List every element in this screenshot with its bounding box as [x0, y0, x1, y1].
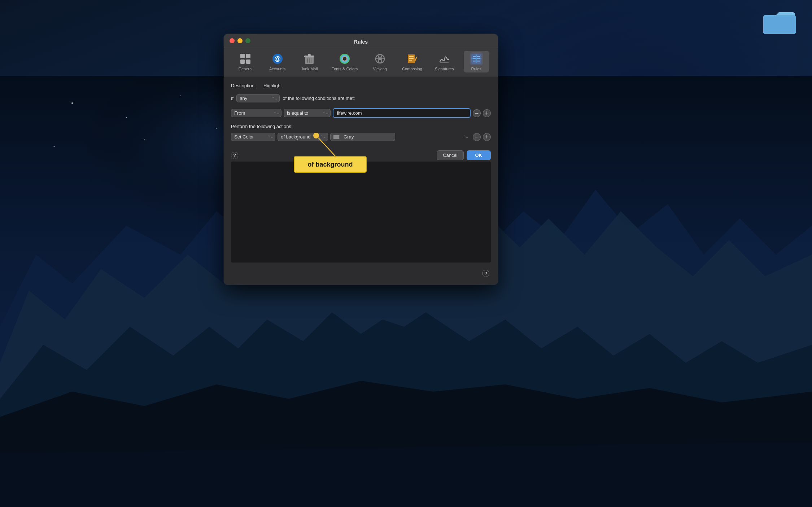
dialog-content: Description: Highlight If any all ⌃⌄ of … — [224, 76, 498, 285]
rules-icon — [470, 52, 483, 65]
condition-row: If any all ⌃⌄ of the following condition… — [231, 94, 491, 102]
toolbar-item-composing[interactable]: Composing — [399, 51, 425, 72]
svg-point-9 — [144, 139, 145, 140]
filter-row: From To Subject ⌃⌄ is equal to contains … — [231, 108, 491, 118]
title-bar: Rules — [224, 34, 498, 48]
composing-icon — [406, 52, 419, 65]
svg-rect-38 — [473, 56, 476, 57]
signatures-icon — [438, 52, 451, 65]
bottom-help-button[interactable]: ? — [482, 270, 489, 277]
set-color-select[interactable]: Set Color Move Message — [231, 133, 275, 141]
cancel-button[interactable]: Cancel — [437, 150, 463, 160]
viewing-icon — [374, 52, 387, 65]
toolbar-item-signatures[interactable]: Signatures — [432, 51, 457, 72]
add-action-button[interactable]: + — [483, 133, 491, 141]
accounts-icon: @ — [271, 52, 284, 65]
toolbar-item-junk[interactable]: Junk Mail — [297, 51, 322, 72]
filter-text-input[interactable] — [333, 108, 471, 118]
toolbar-item-viewing[interactable]: Viewing — [367, 51, 393, 72]
folder-icon[interactable] — [761, 7, 798, 36]
svg-point-31 — [379, 57, 381, 60]
composing-label: Composing — [402, 67, 422, 71]
color-select[interactable]: Gray Red Blue Green Yellow Orange Purple… — [330, 133, 395, 141]
toolbar-item-rules[interactable]: Rules — [464, 51, 489, 72]
of-background-wrapper[interactable]: of background of text ⌃⌄ — [278, 133, 328, 141]
bottom-help-row: ? — [231, 267, 491, 278]
rules-label: Rules — [471, 67, 481, 71]
from-select[interactable]: From To Subject — [231, 109, 281, 117]
toolbar-item-general[interactable]: General — [233, 51, 258, 72]
svg-point-3 — [126, 117, 127, 118]
any-select[interactable]: any all — [236, 94, 280, 102]
help-button[interactable]: ? — [231, 152, 238, 159]
window-title: Rules — [230, 39, 492, 45]
junk-label: Junk Mail — [301, 67, 318, 71]
from-select-wrapper[interactable]: From To Subject ⌃⌄ — [231, 109, 281, 117]
bottom-row: ? Cancel OK — [231, 147, 491, 162]
fonts-icon — [338, 52, 351, 65]
accounts-label: Accounts — [269, 67, 285, 71]
svg-rect-40 — [473, 61, 476, 62]
description-label: Description: — [231, 83, 260, 88]
toolbar-item-accounts[interactable]: @ Accounts — [265, 51, 290, 72]
fonts-label: Fonts & Colors — [332, 67, 358, 71]
svg-rect-14 — [240, 54, 245, 58]
actions-label: Perform the following actions: — [231, 124, 491, 129]
description-value: Highlight — [263, 83, 282, 88]
rules-dialog: Rules General @ Accounts — [224, 34, 498, 285]
ok-button[interactable]: OK — [467, 150, 491, 160]
svg-point-2 — [71, 102, 73, 104]
add-condition-button[interactable]: + — [483, 109, 491, 117]
toolbar: General @ Accounts — [224, 48, 498, 76]
set-color-wrapper[interactable]: Set Color Move Message ⌃⌄ — [231, 133, 275, 141]
color-select-arrow: ⌃⌄ — [463, 135, 468, 139]
svg-point-4 — [180, 96, 181, 96]
remove-condition-button[interactable]: − — [473, 109, 481, 117]
operator-select[interactable]: is equal to contains does not contain — [284, 109, 331, 117]
any-select-wrapper[interactable]: any all ⌃⌄ — [236, 94, 280, 102]
svg-rect-41 — [477, 56, 480, 57]
button-group: Cancel OK — [437, 150, 491, 160]
svg-rect-13 — [763, 15, 796, 34]
svg-rect-16 — [240, 59, 245, 64]
svg-point-27 — [343, 57, 346, 61]
svg-rect-22 — [308, 54, 311, 56]
conditions-label: of the following conditions are met: — [283, 96, 355, 101]
description-row: Description: Highlight — [231, 83, 491, 88]
svg-rect-15 — [246, 54, 250, 58]
general-label: General — [239, 67, 253, 71]
operator-select-wrapper[interactable]: is equal to contains does not contain ⌃⌄ — [284, 109, 331, 117]
svg-point-8 — [54, 146, 55, 147]
of-background-select[interactable]: of background of text — [278, 133, 328, 141]
svg-text:@: @ — [274, 55, 281, 62]
svg-rect-43 — [477, 61, 480, 62]
svg-rect-17 — [246, 59, 250, 64]
remove-action-button[interactable]: − — [473, 133, 481, 141]
toolbar-item-fonts[interactable]: Fonts & Colors — [329, 51, 361, 72]
action-row: Set Color Move Message ⌃⌄ of background … — [231, 133, 491, 141]
if-label: If — [231, 96, 233, 101]
maximize-button[interactable] — [245, 38, 250, 43]
junk-icon — [303, 52, 316, 65]
color-value-wrapper[interactable]: Gray Red Blue Green Yellow Orange Purple… — [330, 133, 471, 141]
general-icon — [239, 52, 252, 65]
empty-content-area — [231, 162, 491, 263]
signatures-label: Signatures — [435, 67, 454, 71]
svg-point-10 — [216, 128, 217, 129]
viewing-label: Viewing — [373, 67, 387, 71]
